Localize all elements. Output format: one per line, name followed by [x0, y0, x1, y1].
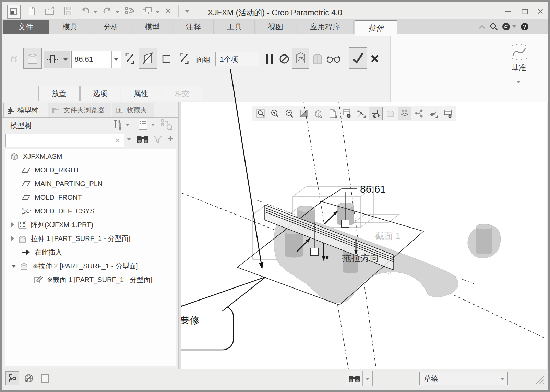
remove-material-button[interactable] [139, 48, 157, 69]
tab-model-tree[interactable]: 模型树 [3, 103, 47, 117]
thicken-sketch-button[interactable] [160, 53, 174, 65]
depth-option-combo[interactable] [44, 51, 70, 68]
depth-value-dropdown[interactable] [111, 51, 121, 68]
depth-value-input[interactable] [72, 51, 111, 68]
help-icon[interactable]: ? [519, 21, 530, 32]
callout-bubble [181, 306, 234, 350]
tab-folder-browser[interactable]: 文件夹浏览器 [48, 103, 111, 117]
toggle-full-window-button[interactable] [38, 371, 52, 385]
pause-button[interactable] [263, 52, 276, 66]
search-icon[interactable] [488, 21, 499, 32]
tab-file[interactable]: 文件 [3, 20, 49, 34]
collapse-icon[interactable] [11, 265, 16, 268]
tree-row-extrude-2[interactable]: ※拉伸 2 [PART_SURF_1 - 分型面] [5, 259, 176, 273]
clear-search-icon[interactable]: ✕ [115, 136, 120, 145]
tree-row-pattern[interactable]: 阵列(XJFXM-1.PRT) [5, 218, 176, 232]
panel-tab-options[interactable]: 选项 [80, 86, 120, 101]
sync-connect-icon[interactable] [501, 21, 512, 32]
panel-tab-placement[interactable]: 放置 [38, 86, 80, 101]
find-button[interactable] [346, 371, 362, 386]
add-search-button[interactable]: + [167, 133, 174, 144]
filter-button[interactable] [153, 135, 163, 146]
resize-grip[interactable] [534, 374, 545, 384]
datum-group-button[interactable] [509, 42, 529, 62]
quilt-collector-field[interactable]: 1个项 [215, 52, 259, 66]
tab-analysis[interactable]: 分析 [91, 20, 131, 34]
sync-dropdown[interactable] [512, 25, 516, 28]
toggle-browser-button[interactable] [22, 371, 36, 385]
model-3d-scene: 拖拉方向 截面 1 86.61 选择该分型面为要修 剪的分型面 [181, 102, 547, 369]
extrude-surface-button[interactable] [23, 48, 42, 69]
tab-model[interactable]: 模型 [132, 20, 172, 34]
direction-arrow[interactable] [324, 211, 337, 224]
tree-label: ※拉伸 2 [PART_SURF_1 - 分型面] [33, 261, 138, 271]
shaded-preview-button[interactable] [311, 51, 324, 66]
tab-tools[interactable]: 工具 [215, 20, 255, 34]
tree-row-main-parting-pln[interactable]: MAIN_PARTING_PLN [5, 177, 176, 191]
dimension-value[interactable]: 86.61 [360, 183, 386, 195]
tree-label: 拉伸 1 [PART_SURF_1 - 分型面] [31, 234, 130, 243]
depth-value-combo[interactable] [71, 51, 121, 68]
depth-option-dropdown[interactable] [61, 51, 70, 68]
wireframe-preview-button[interactable] [292, 48, 309, 69]
tab-annotate[interactable]: 注释 [174, 20, 214, 34]
callout: 选择该分型面为要修 剪的分型面 [181, 277, 266, 350]
title-bar: ✕ XJFXM (活动的) - Creo Parametric 4.0 ✕ [2, 2, 548, 20]
graphics-canvas[interactable]: x [181, 102, 547, 369]
find-dropdown[interactable] [362, 371, 372, 386]
datum-group-dropdown[interactable] [516, 81, 521, 83]
toggle-navigator-button[interactable] [5, 371, 19, 385]
globe-icon [24, 373, 34, 383]
tree-settings-dropdown[interactable] [151, 124, 155, 126]
find-button[interactable] [136, 134, 149, 146]
panel-tab-properties[interactable]: 属性 [121, 86, 161, 101]
maximize-button[interactable] [518, 7, 531, 16]
settings-list-icon [138, 118, 148, 131]
section-ghost-label: 截面 1 [375, 231, 400, 241]
tree-row-assembly[interactable]: XJFXM.ASM [5, 149, 176, 163]
expand-icon[interactable] [11, 236, 14, 241]
tab-view[interactable]: 视图 [256, 20, 296, 34]
drag-handle-square[interactable] [342, 220, 349, 228]
search-options-dropdown[interactable] [127, 138, 131, 140]
ok-button[interactable] [349, 47, 367, 69]
tree-row-mold-def-csys[interactable]: yzx MOLD_DEF_CSYS [5, 204, 176, 218]
svg-text:x: x [29, 209, 31, 212]
flip-depth-direction-button[interactable] [121, 50, 137, 67]
csys-icon: yzx [21, 206, 31, 216]
extrude-solid-button[interactable] [9, 53, 21, 64]
selection-filter-select[interactable]: 草绘 [419, 372, 508, 385]
tree-search-field[interactable]: ✕ [5, 134, 124, 147]
tree-label: XJFXM.ASM [23, 152, 62, 160]
expand-icon[interactable] [11, 222, 14, 227]
minimize-button[interactable] [502, 7, 514, 16]
find-tool-combo[interactable] [346, 371, 373, 386]
tree-row-section-1[interactable]: ※截面 1 [PART_SURF_1 - 分型面] [5, 273, 176, 286]
selection-filter-dropdown[interactable] [497, 372, 507, 385]
panel-tab-intersect: 相交 [162, 86, 202, 101]
close-button[interactable]: ✕ [534, 7, 547, 16]
tree-tools-button[interactable] [112, 119, 123, 132]
application-window: ✕ XJFXM (活动的) - Creo Parametric 4.0 ✕ 文件… [0, 0, 550, 392]
tree-row-insert-here[interactable]: 在此插入 [5, 245, 176, 259]
drag-handle-square[interactable] [311, 248, 318, 256]
tree-search-input[interactable] [6, 136, 115, 145]
tab-mold[interactable]: 模具 [50, 20, 90, 34]
tree-settings-button[interactable] [138, 118, 148, 132]
tree-tools-dropdown[interactable] [125, 124, 130, 126]
tree-row-mold-right[interactable]: MOLD_RIGHT [5, 163, 176, 177]
surface-icon [26, 51, 39, 65]
tree-row-extrude-1[interactable]: 拉伸 1 [PART_SURF_1 - 分型面] [5, 232, 176, 245]
flip-material-side-button[interactable] [176, 50, 191, 67]
tab-applications[interactable]: 应用程序 [297, 20, 354, 34]
verify-button[interactable] [326, 53, 342, 64]
datum-curve-icon [510, 42, 528, 61]
cancel-button[interactable] [368, 52, 381, 65]
no-preview-button[interactable] [278, 52, 291, 66]
tab-extrude-active[interactable]: 拉伸 [355, 20, 397, 36]
tab-favorites[interactable]: ✱ 收藏夹 [112, 103, 154, 117]
minimize-ribbon-icon[interactable] [477, 21, 488, 32]
trim-quilt-icon [142, 51, 154, 65]
binoculars-icon [136, 134, 149, 144]
tree-row-mold-front[interactable]: MOLD_FRONT [5, 191, 176, 204]
